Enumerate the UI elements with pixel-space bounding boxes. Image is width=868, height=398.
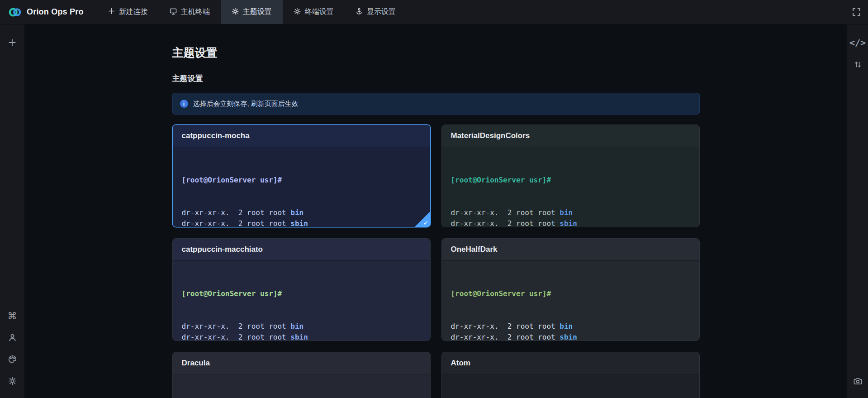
fullscreen-icon[interactable] — [852, 8, 861, 16]
settings-gear-icon[interactable] — [5, 374, 19, 388]
terminal-prompt: [root@OrionServer usr]# — [451, 175, 690, 186]
terminal-lines: dr-xr-xr-x. 2 root root bindr-xr-xr-x. 2… — [451, 321, 690, 341]
right-rail: </> — [847, 24, 868, 398]
info-alert: i 选择后会立刻保存, 刷新页面后生效 — [172, 93, 700, 115]
theme-card[interactable]: Dracula [root@OrionServer usr]# dr-xr-xr… — [172, 352, 431, 398]
theme-card[interactable]: MaterialDesignColors [root@OrionServer u… — [441, 125, 700, 227]
terminal-line: dr-xr-xr-x. 2 root root sbin — [451, 218, 690, 227]
terminal-preview: [root@OrionServer usr]# dr-xr-xr-x. 2 ro… — [442, 147, 699, 227]
page-title: 主题设置 — [172, 45, 700, 60]
theme-card-header: catppuccin-macchiato — [173, 239, 430, 261]
terminal-line: dr-xr-xr-x. 2 root root bin — [451, 207, 690, 218]
plus-icon — [108, 8, 115, 16]
section-title: 主题设置 — [172, 74, 700, 83]
terminal-line: dr-xr-xr-x. 2 root root sbin — [451, 332, 690, 341]
camera-icon[interactable] — [851, 374, 864, 388]
terminal-prompt: [root@OrionServer usr]# — [182, 288, 421, 299]
terminal-preview: [root@OrionServer usr]# dr-xr-xr-x. 2 ro… — [173, 374, 430, 398]
command-icon[interactable]: ⌘ — [5, 309, 19, 322]
theme-card-header: catppuccin-mocha — [173, 125, 430, 147]
nav-display-settings[interactable]: 显示设置 — [345, 0, 407, 24]
gear-icon — [294, 8, 301, 17]
info-icon: i — [180, 100, 188, 108]
anchor-icon — [356, 8, 363, 17]
theme-card[interactable]: OneHalfDark [root@OrionServer usr]# dr-x… — [441, 238, 700, 341]
theme-card[interactable]: catppuccin-macchiato [root@OrionServer u… — [172, 238, 431, 341]
terminal-preview: [root@OrionServer usr]# dr-xr-xr-x. 2 ro… — [442, 374, 699, 398]
nav-new-connection[interactable]: 新建连接 — [97, 0, 159, 24]
user-icon[interactable] — [5, 331, 19, 344]
theme-card-header: Atom — [442, 352, 699, 374]
theme-grid: catppuccin-mocha [root@OrionServer usr]#… — [172, 125, 700, 398]
terminal-line: dr-xr-xr-x. 2 root root bin — [451, 321, 690, 332]
nav-label: 主题设置 — [243, 7, 272, 17]
theme-card-title: catppuccin-mocha — [182, 131, 250, 140]
left-rail: ⌘ — [0, 24, 24, 398]
palette-icon[interactable] — [5, 352, 19, 366]
nav-host-terminal[interactable]: 主机终端 — [159, 0, 221, 24]
theme-card-title: OneHalfDark — [451, 245, 498, 254]
theme-gear-icon — [232, 8, 239, 17]
sort-vertical-icon[interactable] — [851, 58, 864, 71]
terminal-monitor-icon — [170, 8, 177, 17]
theme-card-header: Dracula — [173, 352, 430, 374]
nav-theme-settings[interactable]: 主题设置 — [221, 0, 283, 24]
theme-card[interactable]: catppuccin-mocha [root@OrionServer usr]#… — [172, 125, 431, 227]
selected-check-icon: ✓ — [423, 219, 429, 226]
terminal-preview: [root@OrionServer usr]# dr-xr-xr-x. 2 ro… — [173, 147, 430, 227]
terminal-line: dr-xr-xr-x. 2 root root bin — [182, 321, 421, 332]
theme-card-title: Atom — [451, 359, 470, 368]
nav-label: 终端设置 — [305, 7, 334, 17]
nav-terminal-settings[interactable]: 终端设置 — [283, 0, 345, 24]
topbar: Orion Ops Pro 新建连接 主机终端 — [0, 0, 868, 24]
theme-card-title: catppuccin-macchiato — [182, 245, 263, 254]
terminal-preview: [root@OrionServer usr]# dr-xr-xr-x. 2 ro… — [442, 261, 699, 341]
theme-card-header: OneHalfDark — [442, 239, 699, 261]
terminal-lines: dr-xr-xr-x. 2 root root bindr-xr-xr-x. 2… — [451, 207, 690, 227]
theme-card[interactable]: Atom [root@OrionServer usr]# dr-xr-xr-x.… — [441, 352, 700, 398]
terminal-lines: dr-xr-xr-x. 2 root root bindr-xr-xr-x. 2… — [182, 321, 421, 341]
code-icon[interactable]: </> — [851, 36, 864, 49]
theme-card-title: MaterialDesignColors — [451, 131, 530, 140]
terminal-line: dr-xr-xr-x. 2 root root sbin — [182, 218, 421, 227]
add-connection-icon[interactable] — [5, 36, 19, 49]
nav-label: 显示设置 — [367, 7, 396, 17]
terminal-prompt: [root@OrionServer usr]# — [182, 175, 421, 186]
theme-card-title: Dracula — [182, 359, 210, 368]
terminal-prompt: [root@OrionServer usr]# — [451, 288, 690, 299]
brand-logo-icon — [8, 5, 22, 19]
terminal-preview: [root@OrionServer usr]# dr-xr-xr-x. 2 ro… — [173, 261, 430, 341]
terminal-line: dr-xr-xr-x. 2 root root sbin — [182, 332, 421, 341]
nav-label: 新建连接 — [119, 7, 148, 17]
alert-text: 选择后会立刻保存, 刷新页面后生效 — [193, 100, 299, 108]
terminal-line: dr-xr-xr-x. 2 root root bin — [182, 207, 421, 218]
brand[interactable]: Orion Ops Pro — [0, 5, 97, 19]
main-content: 主题设置 主题设置 i 选择后会立刻保存, 刷新页面后生效 catppuccin… — [24, 24, 847, 398]
nav-label: 主机终端 — [181, 7, 210, 17]
brand-name: Orion Ops Pro — [27, 7, 84, 17]
terminal-lines: dr-xr-xr-x. 2 root root bindr-xr-xr-x. 2… — [182, 207, 421, 227]
topbar-nav: 新建连接 主机终端 主题设置 — [97, 0, 407, 24]
theme-card-header: MaterialDesignColors — [442, 125, 699, 147]
